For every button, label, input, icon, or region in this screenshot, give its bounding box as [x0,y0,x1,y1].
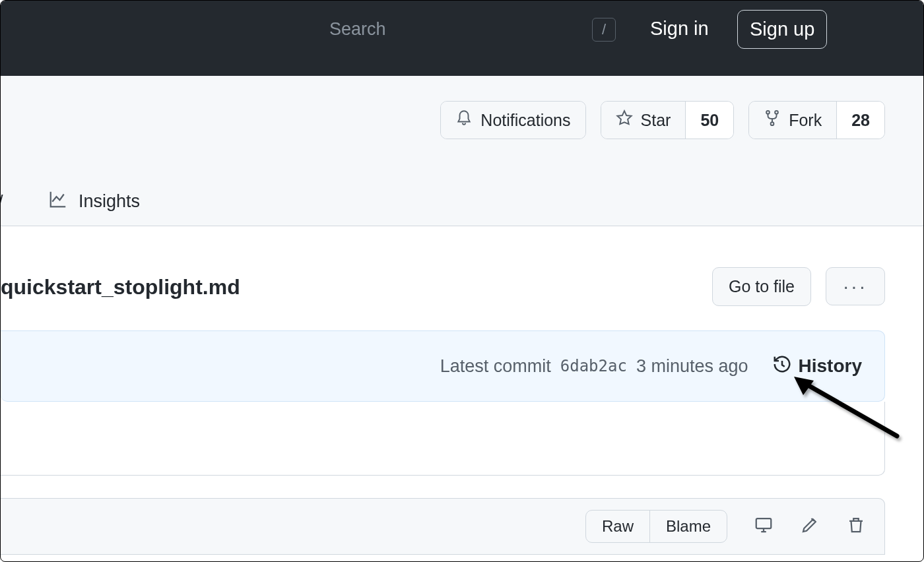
file-body-placeholder [1,402,885,476]
notifications-button[interactable]: Notifications [440,101,585,139]
bell-icon [455,109,473,131]
commit-hash[interactable]: 6dab2ac [560,357,627,375]
desktop-icon[interactable] [754,515,774,538]
history-label: History [799,356,862,377]
svg-point-0 [766,111,770,114]
graph-icon [48,189,68,214]
go-to-file-button[interactable]: Go to file [712,267,811,306]
svg-rect-3 [756,518,772,528]
blame-button[interactable]: Blame [649,511,727,542]
file-name: quickstart_stoplight.md [1,275,240,299]
notifications-label: Notifications [480,111,570,130]
tab-partial-prev[interactable]: / [0,192,3,212]
slash-key-badge: / [592,18,616,42]
action-row: Notifications Star 50 Fork 28 [440,101,885,139]
star-button-group[interactable]: Star 50 [601,101,735,139]
star-label: Star [641,111,671,130]
more-actions-button[interactable]: ··· [826,267,885,305]
site-header: / Sign in Sign up [1,1,923,76]
svg-point-2 [771,122,774,125]
tab-insights[interactable]: Insights [48,189,140,214]
history-link[interactable]: History [772,354,862,379]
kebab-icon: ··· [843,275,867,297]
search-input[interactable] [329,19,527,40]
star-count[interactable]: 50 [685,102,733,139]
raw-blame-group: Raw Blame [585,510,727,543]
fork-button-group[interactable]: Fork 28 [748,101,885,139]
tab-insights-label: Insights [79,191,140,212]
edit-icon[interactable] [800,515,820,538]
file-title-row: quickstart_stoplight.md Go to file ··· [1,226,923,330]
delete-icon[interactable] [846,515,866,538]
sign-in-link[interactable]: Sign in [650,18,709,40]
raw-button[interactable]: Raw [586,511,649,542]
gap [1,476,923,498]
commit-time: 3 minutes ago [636,356,748,377]
commit-bar: Latest commit 6dab2ac 3 minutes ago Hist… [1,330,885,402]
file-toolbar: Raw Blame [1,498,885,555]
fork-label: Fork [789,111,822,130]
sign-up-button[interactable]: Sign up [737,10,827,49]
fork-count[interactable]: 28 [836,102,884,139]
fork-icon [764,109,781,131]
star-icon [616,109,633,131]
repo-subheader: Notifications Star 50 Fork 28 / [1,76,923,226]
history-icon [772,354,792,379]
latest-commit-label: Latest commit [440,356,551,377]
svg-point-1 [775,111,778,114]
